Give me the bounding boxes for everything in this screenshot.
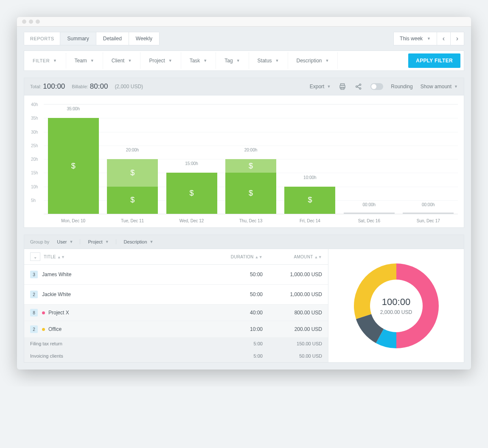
bar-value-label: 15:00h bbox=[162, 161, 221, 166]
donut-panel: 100:00 2,000.00 USD bbox=[328, 249, 464, 362]
sort-icon: ▲▼ bbox=[314, 255, 322, 259]
chevron-down-icon: ▼ bbox=[275, 59, 279, 63]
chevron-down-icon: ▼ bbox=[90, 59, 94, 63]
chevron-down-icon: ⌄ bbox=[34, 255, 37, 259]
col-amount[interactable]: AMOUNT▲▼ bbox=[263, 255, 322, 259]
row-duration: 5:00 bbox=[212, 341, 263, 346]
chevron-down-icon: ▼ bbox=[427, 36, 431, 41]
y-tick: 35h bbox=[31, 116, 38, 120]
row-duration: 40:00 bbox=[212, 310, 263, 316]
tab-weekly[interactable]: Weekly bbox=[129, 32, 159, 45]
expand-all-button[interactable]: ⌄ bbox=[30, 252, 40, 261]
svg-line-6 bbox=[357, 85, 359, 86]
table-row[interactable]: 2Office10:00200.00 USD bbox=[24, 321, 328, 338]
bar-value-label: 20:00h bbox=[221, 148, 280, 152]
bar-column: 35:00h$ bbox=[44, 104, 103, 214]
chevron-down-icon: ▼ bbox=[236, 59, 240, 63]
y-tick: 10h bbox=[31, 184, 38, 189]
rounding-label: Rounding bbox=[391, 84, 412, 90]
bar-column: 20:00h$$ bbox=[221, 104, 280, 214]
date-range-select[interactable]: This week ▼ bbox=[393, 32, 437, 45]
date-range-label: This week bbox=[400, 36, 423, 42]
chevron-down-icon: ▼ bbox=[325, 59, 329, 63]
y-tick: 30h bbox=[31, 129, 38, 134]
date-next-button[interactable]: › bbox=[451, 32, 464, 45]
tab-detailed[interactable]: Detailed bbox=[96, 32, 129, 45]
bar-value-label: 00:00h bbox=[339, 202, 398, 207]
stats-header: Total: 100:00 Billable: 80:00 (2,000 USD… bbox=[24, 78, 464, 95]
total-label: Total: bbox=[30, 84, 41, 89]
donut-chart: 100:00 2,000.00 USD bbox=[350, 259, 443, 353]
chevron-down-icon: ▼ bbox=[203, 59, 207, 63]
col-title[interactable]: TITLE▲▼ bbox=[44, 255, 212, 259]
window-titlebar bbox=[17, 17, 471, 27]
report-tabs: REPORTS Summary Detailed Weekly bbox=[24, 32, 160, 45]
filter-label-text: FILTER bbox=[33, 58, 50, 63]
table-row[interactable]: Invoicing clients5:0050.00 USD bbox=[24, 350, 328, 362]
row-title: Filing tax return bbox=[30, 341, 62, 346]
filter-client[interactable]: Client▼ bbox=[103, 53, 141, 69]
table-row[interactable]: 2Jackie White50:001,000.00 USD bbox=[24, 285, 328, 305]
chevron-down-icon: ▼ bbox=[53, 59, 57, 63]
table-row[interactable]: 3James White50:001,000.00 USD bbox=[24, 265, 328, 285]
row-count-badge: 8 bbox=[30, 309, 38, 316]
tab-summary[interactable]: Summary bbox=[60, 32, 96, 45]
x-tick: Tue, Dec 11 bbox=[103, 214, 162, 223]
project-color-dot bbox=[42, 311, 45, 314]
bar-column: 10:00h$ bbox=[280, 104, 339, 214]
bar-column: 00:00h bbox=[339, 104, 398, 214]
row-title: James White bbox=[42, 272, 71, 277]
row-duration: 50:00 bbox=[212, 272, 263, 277]
donut-total: 100:00 bbox=[380, 297, 412, 308]
filter-bar: FILTER ▼ Team▼ Client▼ Project▼ Task▼ Ta… bbox=[24, 50, 464, 71]
group-by-user[interactable]: User▼ bbox=[57, 239, 80, 244]
bar-column: 15:00h$ bbox=[162, 104, 221, 214]
filter-project[interactable]: Project▼ bbox=[140, 53, 181, 69]
print-icon[interactable] bbox=[338, 82, 347, 91]
row-title: Jackie White bbox=[42, 291, 71, 297]
chevron-down-icon: ▼ bbox=[105, 240, 109, 244]
chevron-down-icon: ▼ bbox=[150, 240, 154, 244]
y-tick: 5h bbox=[31, 198, 36, 202]
bar-value-label: 10:00h bbox=[280, 175, 339, 180]
bar-value-label: 35:00h bbox=[44, 106, 103, 111]
table-row[interactable]: 8Project X40:00800.00 USD bbox=[24, 305, 328, 321]
chevron-left-icon: ‹ bbox=[443, 35, 445, 42]
bar-value-label: 20:00h bbox=[103, 148, 162, 152]
row-duration: 5:00 bbox=[212, 353, 263, 358]
bar-chart: 5h10h15h20h25h30h35h40h35:00h$20:00h$$15… bbox=[24, 95, 464, 227]
row-amount: 50.00 USD bbox=[263, 353, 322, 358]
row-count-badge: 2 bbox=[30, 291, 38, 298]
x-tick: Fri, Dec 14 bbox=[280, 214, 339, 223]
window-dot bbox=[29, 20, 33, 24]
export-button[interactable]: Export▼ bbox=[310, 84, 331, 90]
filter-tag[interactable]: Tag▼ bbox=[216, 53, 249, 69]
bar-column: 20:00h$$ bbox=[103, 104, 162, 214]
report-table: ⌄ TITLE▲▼ DURATION▲▼ AMOUNT▲▼ 3James Whi… bbox=[24, 249, 328, 362]
billable-value: 80:00 bbox=[90, 82, 108, 91]
filter-task[interactable]: Task▼ bbox=[181, 53, 216, 69]
filter-status[interactable]: Status▼ bbox=[249, 53, 288, 69]
y-tick: 15h bbox=[31, 171, 38, 175]
x-tick: Mon, Dec 10 bbox=[44, 214, 103, 223]
window-dot bbox=[36, 20, 40, 24]
show-amount-select[interactable]: Show amount▼ bbox=[421, 84, 458, 90]
row-count-badge: 3 bbox=[30, 271, 38, 278]
filter-team[interactable]: Team▼ bbox=[66, 53, 103, 69]
group-by-description[interactable]: Description▼ bbox=[124, 239, 160, 244]
chart-panel: Total: 100:00 Billable: 80:00 (2,000 USD… bbox=[24, 78, 464, 228]
group-by-project[interactable]: Project▼ bbox=[88, 239, 116, 244]
apply-filter-button[interactable]: APPLY FILTER bbox=[408, 53, 460, 68]
col-duration[interactable]: DURATION▲▼ bbox=[212, 255, 263, 259]
svg-line-7 bbox=[357, 87, 359, 88]
filter-description[interactable]: Description▼ bbox=[288, 53, 338, 69]
share-icon[interactable] bbox=[354, 82, 363, 91]
table-row[interactable]: Filing tax return5:00150.00 USD bbox=[24, 338, 328, 350]
x-tick: Sun, Dec 17 bbox=[399, 214, 458, 223]
table-header: ⌄ TITLE▲▼ DURATION▲▼ AMOUNT▲▼ bbox=[24, 249, 328, 265]
rounding-toggle[interactable] bbox=[370, 83, 383, 90]
billable-label: Billable: bbox=[72, 84, 88, 89]
total-value: 100:00 bbox=[43, 82, 65, 91]
x-tick: Sat, Dec 16 bbox=[339, 214, 398, 223]
date-prev-button[interactable]: ‹ bbox=[437, 32, 451, 45]
